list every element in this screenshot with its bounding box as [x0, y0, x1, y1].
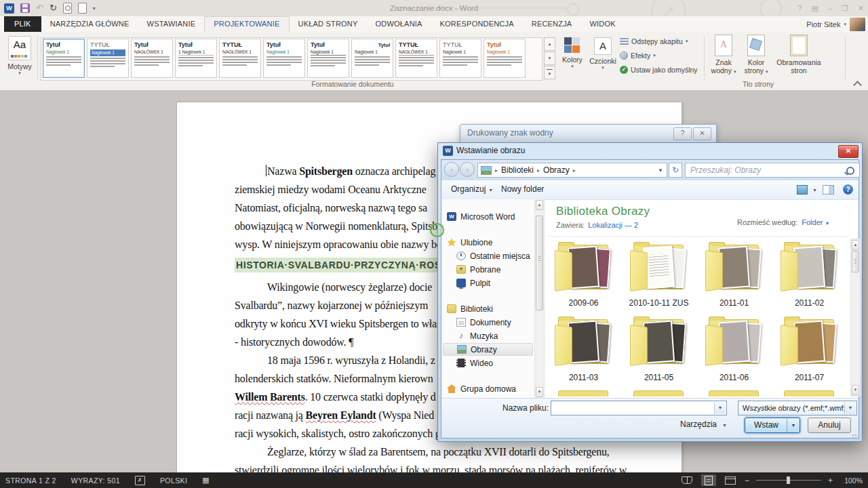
insert-button[interactable]: Wstaw ▼	[745, 418, 800, 433]
scroll-up-icon[interactable]: ▲	[852, 240, 859, 250]
file-type-dropdown[interactable]: Wszystkie obrazy (*.emf;*.wmf; ▼	[738, 401, 857, 415]
close-button[interactable]: ✕	[858, 4, 864, 13]
tab-projektowanie[interactable]: PROJEKTOWANIE	[204, 16, 289, 32]
folder-item[interactable]: 2010-10-11 ZUS	[621, 240, 696, 313]
sidebar-item-biblioteki[interactable]: Biblioteki	[443, 302, 533, 315]
breadcrumb-dropdown-icon[interactable]: ▼	[654, 167, 667, 174]
minimize-button[interactable]: –	[828, 4, 832, 12]
watermark-dialog-titlebar[interactable]: Drukowany znak wodny ? ✕	[460, 125, 716, 143]
zoom-slider-thumb[interactable]	[787, 476, 790, 484]
folder-item[interactable]: 2011-05	[621, 314, 696, 388]
folder-item[interactable]: 2011-01	[696, 240, 772, 313]
paragraph-spacing-button[interactable]: Odstępy akapitu ▾	[620, 37, 688, 45]
gallery-down-button[interactable]: ▼	[544, 52, 555, 65]
help-icon[interactable]: ?	[843, 184, 853, 195]
style-set-card[interactable]: Tytuł1 Nagłówek 1	[175, 39, 217, 78]
sidebar-item-ulubione[interactable]: Ulubione	[443, 236, 533, 249]
language-indicator[interactable]: POLSKI	[160, 476, 187, 485]
dialog-close-button[interactable]: ✕	[693, 127, 711, 140]
zoom-slider[interactable]	[756, 480, 821, 481]
breadcrumb[interactable]: ▸ Biblioteki ▸ Obrazy ▸ ▼	[477, 163, 667, 178]
preview-pane-icon[interactable]	[823, 185, 834, 195]
ribbon-options-button[interactable]: ▤	[811, 4, 818, 13]
page-indicator[interactable]: STRONA 1 Z 2	[5, 476, 56, 485]
organize-button[interactable]: Organizuj▼	[451, 184, 493, 194]
sidebar-item-dokumenty[interactable]: Dokumenty	[443, 316, 533, 329]
folder-item[interactable]: 2011-02	[772, 240, 847, 313]
dialog-help-button[interactable]: ?	[673, 127, 692, 140]
restore-button[interactable]: ❐	[842, 4, 848, 13]
folder-item[interactable]: 2011-06	[696, 314, 772, 388]
gallery-up-button[interactable]: ▲	[544, 37, 555, 51]
gallery-more-button[interactable]: ▼	[544, 66, 555, 79]
style-set-card[interactable]: TYTUŁNAGŁÓWEK 1	[395, 39, 437, 78]
print-layout-button[interactable]	[701, 474, 716, 486]
views-icon[interactable]	[797, 185, 808, 195]
breadcrumb-item-obrazy[interactable]: Obrazy	[543, 165, 570, 175]
tab-korespondencja[interactable]: KORESPONDENCJA	[431, 16, 523, 32]
sidebar-scrollbar[interactable]: ▲ ▼	[534, 199, 545, 398]
folder-item[interactable]: 2009-06	[546, 240, 621, 313]
breadcrumb-item-biblioteki[interactable]: Biblioteki	[501, 165, 534, 175]
resize-grip[interactable]	[851, 430, 856, 436]
insert-split-dropdown-icon[interactable]: ▼	[787, 418, 800, 432]
sidebar-item-wideo[interactable]: Wideo	[443, 357, 533, 369]
help-button[interactable]: ?	[797, 4, 802, 12]
sidebar-item-obrazy[interactable]: Obrazy	[443, 343, 533, 356]
sidebar-item-pobrane[interactable]: Pobrane	[443, 263, 533, 276]
style-set-card[interactable]: TYTUŁNagłówek 1	[87, 39, 129, 78]
sidebar-item-ostatnie-miejsca[interactable]: Ostatnie miejsca	[443, 249, 533, 262]
chevron-down-icon[interactable]: ▼	[714, 402, 726, 414]
new-folder-button[interactable]: Nowy folder	[501, 184, 544, 194]
tab-odwołania[interactable]: ODWOŁANIA	[367, 16, 431, 32]
zoom-level[interactable]: 100%	[840, 476, 863, 485]
folder-item[interactable]: 2011-03	[546, 314, 621, 388]
proofing-errors-icon[interactable]	[135, 476, 145, 485]
web-layout-button[interactable]	[723, 474, 738, 486]
read-mode-button[interactable]	[679, 474, 694, 486]
tab-układ-strony[interactable]: UKŁAD STRONY	[290, 16, 367, 32]
back-button[interactable]: ‹	[444, 162, 459, 177]
tools-button[interactable]: Narzędzia▼	[680, 420, 727, 429]
style-set-card[interactable]: TytułNagłówek 1	[307, 39, 349, 78]
dialog-titlebar[interactable]: W Wstawianie obrazu ✕	[438, 143, 862, 159]
set-default-button[interactable]: ✓ Ustaw jako domyślny	[620, 66, 698, 74]
effects-button[interactable]: Efekty ▾	[620, 52, 656, 60]
style-set-card[interactable]: TYTUŁNAGŁÓWEK 1	[219, 39, 261, 78]
tab-narzędzia-główne[interactable]: NARZĘDZIA GŁÓWNE	[41, 16, 138, 32]
colors-button[interactable]: Kolory ▾	[559, 35, 586, 69]
style-set-card[interactable]: TytułNagłówek 1	[351, 39, 393, 78]
collapse-ribbon-icon[interactable]	[853, 81, 862, 89]
word-count[interactable]: WYRAZY: 501	[71, 476, 120, 485]
zoom-in-button[interactable]: +	[828, 476, 833, 485]
cancel-button[interactable]: Anuluj	[808, 418, 851, 433]
fonts-button[interactable]: A Czcionki ▾	[587, 35, 618, 70]
sidebar-item-microsoft-word[interactable]: WMicrosoft Word	[443, 210, 533, 223]
style-set-card[interactable]: TytułNAGŁÓWEK 1	[131, 39, 173, 78]
views-dropdown-icon[interactable]: ▼	[810, 184, 817, 194]
style-set-card[interactable]: TYTUŁNagłówek 1	[439, 39, 481, 78]
file-name-input[interactable]: ▼	[551, 401, 727, 415]
file-list-scrollbar[interactable]: ▲ ▼	[850, 239, 861, 396]
sidebar-item-pulpit[interactable]: Pulpit	[443, 277, 533, 289]
style-set-card[interactable]: TytułNagłówek 1	[43, 39, 85, 78]
themes-button[interactable]: Aa Motywy ▾	[5, 35, 34, 76]
search-box[interactable]: Przeszukaj: Obrazy	[685, 163, 860, 178]
refresh-button[interactable]: ↻	[669, 163, 682, 178]
style-set-card[interactable]: TytułNagłówek 1	[484, 39, 526, 78]
close-icon[interactable]: ✕	[838, 145, 859, 158]
tab-wstawianie[interactable]: WSTAWIANIE	[138, 16, 205, 32]
scroll-down-icon[interactable]: ▼	[852, 385, 859, 395]
sidebar-item-grupa-domowa[interactable]: Grupa domowa	[443, 382, 533, 395]
scroll-up-icon[interactable]: ▲	[536, 200, 543, 210]
locations-link[interactable]: Lokalizacji — 2	[588, 221, 638, 229]
scroll-down-icon[interactable]: ▼	[536, 387, 543, 397]
tab-recenzja[interactable]: RECENZJA	[523, 16, 581, 32]
arrange-by-link[interactable]: Folder	[802, 218, 823, 226]
avatar[interactable]	[850, 18, 865, 31]
tab-widok[interactable]: WIDOK	[580, 16, 624, 32]
folder-item[interactable]: 2011-07	[772, 314, 847, 388]
watermark-button[interactable]: A Znak wodny ▾	[708, 35, 739, 76]
tab-plik[interactable]: PLIK	[4, 16, 41, 32]
page-color-button[interactable]: Kolor strony ▾	[741, 35, 772, 76]
